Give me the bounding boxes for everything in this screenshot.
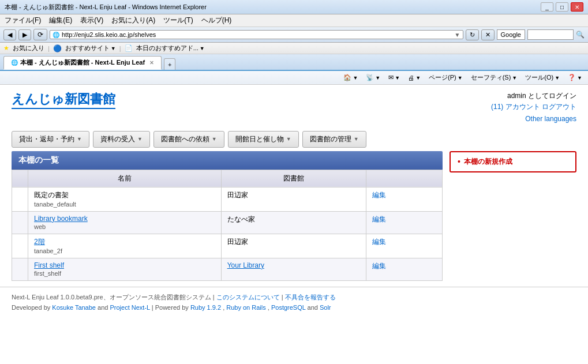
- shelf-name-sub: tanabe_default: [34, 201, 76, 208]
- section-header: 本棚の一覧: [12, 151, 443, 170]
- content-area: 本棚の一覧 名前 図書館 既定の書架tanabe_default田辺家編集Lib…: [12, 151, 443, 281]
- notifications-link[interactable]: (11) アカウント ログアウト: [491, 103, 576, 111]
- mail-button[interactable]: ✉ ▼: [386, 73, 402, 82]
- footer-line1: Next-L Enju Leaf 1.0.0.beta9.pre、オープンソース…: [12, 292, 576, 303]
- other-languages-link[interactable]: Other languages: [491, 114, 576, 125]
- table-row: 2階tanabe_2f田辺家編集: [12, 234, 443, 258]
- rails-link[interactable]: Ruby on Rails: [226, 304, 265, 311]
- page-icon2: 📄: [125, 44, 133, 52]
- page-button[interactable]: ページ(P) ▼: [426, 72, 465, 83]
- stop-button[interactable]: ✕: [481, 29, 495, 40]
- row-edit-cell: 編集: [366, 234, 442, 258]
- new-shelf-box: • 本棚の新規作成: [450, 151, 576, 172]
- solr-link[interactable]: Solr: [320, 304, 331, 311]
- edit-link[interactable]: 編集: [372, 238, 386, 246]
- close-button[interactable]: ✕: [571, 2, 583, 12]
- menu-view[interactable]: 表示(V): [80, 16, 103, 25]
- forward-button[interactable]: ▶: [18, 29, 31, 40]
- nav-lending-arrow: ▼: [77, 136, 82, 142]
- feeds-arrow[interactable]: ▼: [375, 75, 380, 81]
- menu-tools[interactable]: ツール(T): [163, 16, 193, 25]
- home-arrow[interactable]: ▼: [353, 75, 358, 81]
- tools-button[interactable]: ツール(O) ▼: [523, 72, 562, 83]
- refresh-button[interactable]: ⟳: [33, 29, 47, 40]
- favorites-toolbar: ★ お気に入り | 🔵 おすすめサイト ▼ | 📄 本日のおすすめアド... ▼: [0, 43, 588, 54]
- search-input[interactable]: [527, 29, 574, 40]
- address-bar[interactable]: 🌐 http://enju2.slis.keio.ac.jp/shelves ▼: [50, 30, 463, 39]
- postgres-link[interactable]: PostgreSQL: [271, 304, 306, 311]
- nav-lending-label: 貸出・返却・予約: [19, 134, 74, 144]
- nav-item-lending[interactable]: 貸出・返却・予約 ▼: [12, 131, 89, 148]
- shelf-name-link[interactable]: First shelf: [34, 261, 64, 269]
- library-link[interactable]: Your Library: [227, 261, 264, 269]
- row-library-cell: たなべ家: [221, 211, 366, 234]
- footer-enju-text: Next-L Enju Leaf 1.0.0.beta9.pre、オープンソース…: [12, 294, 216, 301]
- nav-item-request[interactable]: 図書館への依頼 ▼: [153, 131, 224, 148]
- col-edit: [366, 170, 442, 187]
- mail-arrow[interactable]: ▼: [395, 75, 400, 81]
- today-label: 本日のおすすめアド...: [136, 44, 199, 52]
- row-library-cell: 田辺家: [221, 234, 366, 258]
- minimize-button[interactable]: _: [541, 2, 553, 12]
- kosuke-link[interactable]: Kosuke Tanabe: [52, 304, 96, 311]
- tab-main[interactable]: 🌐 本棚 - えんじゅ新図書館 - Next-L Enju Leaf ✕: [3, 56, 162, 70]
- menu-help[interactable]: ヘルプ(H): [201, 16, 232, 25]
- menu-edit[interactable]: 編集(E): [49, 16, 72, 25]
- row-name-cell: First shelffirst_shelf: [28, 258, 222, 280]
- search-engine-label: Google: [497, 29, 525, 40]
- shelf-name-link[interactable]: 2階: [34, 238, 45, 246]
- project-link[interactable]: Project Next-L: [110, 304, 149, 311]
- shelf-table: 名前 図書館 既定の書架tanabe_default田辺家編集Library b…: [12, 170, 443, 281]
- new-tab-button[interactable]: +: [164, 58, 175, 70]
- new-shelf-link[interactable]: 本棚の新規作成: [464, 157, 512, 167]
- back-button[interactable]: ◀: [3, 29, 16, 40]
- shelf-name: 既定の書架: [34, 191, 69, 199]
- browser-toolbar: ◀ ▶ ⟳ 🌐 http://enju2.slis.keio.ac.jp/she…: [0, 27, 588, 43]
- command-bar: 🏠 ▼ 📡 ▼ ✉ ▼ 🖨 ▼ ページ(P) ▼ セーフティ(S) ▼ ツール(…: [0, 71, 588, 85]
- edit-link[interactable]: 編集: [372, 215, 386, 223]
- print-arrow[interactable]: ▼: [415, 75, 421, 81]
- site-title[interactable]: えんじゅ新図書館: [12, 91, 115, 109]
- shelf-name-link[interactable]: Library bookmark: [34, 215, 88, 223]
- nav-request-label: 図書館への依頼: [161, 134, 209, 144]
- nav-management-label: 図書館の管理: [310, 134, 351, 144]
- row-checkbox-cell: [12, 258, 28, 280]
- go-refresh-button[interactable]: ↻: [466, 29, 479, 40]
- bug-report-link[interactable]: 不具合を報告する: [285, 294, 336, 301]
- search-icon[interactable]: 🔍: [576, 31, 585, 39]
- recommended-link[interactable]: おすすめサイト ▼: [65, 44, 116, 52]
- ruby-link[interactable]: Ruby 1.9.2: [190, 304, 221, 311]
- footer-and2: and: [308, 304, 320, 311]
- edit-link[interactable]: 編集: [372, 262, 386, 270]
- home-button[interactable]: 🏠 ▼: [341, 73, 360, 82]
- nav-item-management[interactable]: 図書館の管理 ▼: [302, 131, 366, 148]
- menu-favorites[interactable]: お気に入り(A): [111, 16, 155, 25]
- address-dropdown[interactable]: ▼: [455, 32, 460, 38]
- tools-label: ツール(O): [525, 73, 553, 82]
- shelf-name-sub: web: [34, 223, 46, 230]
- page-arrow: ▼: [458, 75, 463, 81]
- window-controls: _ □ ✕: [541, 2, 583, 12]
- favorites-link[interactable]: お気に入り: [13, 44, 44, 52]
- safety-button[interactable]: セーフティ(S) ▼: [469, 72, 520, 83]
- menu-file[interactable]: ファイル(F): [5, 16, 41, 25]
- nav-item-intake[interactable]: 資料の受入 ▼: [93, 131, 150, 148]
- tools-arrow: ▼: [555, 75, 560, 81]
- help-button[interactable]: ❓ ▼: [565, 73, 585, 82]
- row-edit-cell: 編集: [366, 258, 442, 280]
- about-link[interactable]: このシステムについて: [216, 294, 280, 301]
- separator1: |: [48, 45, 50, 52]
- star-icon: ★: [3, 44, 9, 52]
- header-right: admin としてログイン (11) アカウント ログアウト Other lan…: [491, 91, 576, 125]
- col-library: 図書館: [221, 170, 366, 187]
- tab-icon: 🌐: [11, 59, 18, 66]
- safety-label: セーフティ(S): [471, 73, 511, 82]
- nav-item-calendar[interactable]: 開館日と催し物 ▼: [228, 131, 299, 148]
- today-link[interactable]: 本日のおすすめアド... ▼: [136, 44, 205, 52]
- print-button[interactable]: 🖨 ▼: [406, 73, 423, 82]
- feeds-button[interactable]: 📡 ▼: [364, 73, 383, 82]
- maximize-button[interactable]: □: [556, 2, 568, 12]
- tab-close-icon[interactable]: ✕: [149, 60, 154, 66]
- ie-icon: 🔵: [53, 44, 62, 52]
- edit-link[interactable]: 編集: [372, 191, 386, 199]
